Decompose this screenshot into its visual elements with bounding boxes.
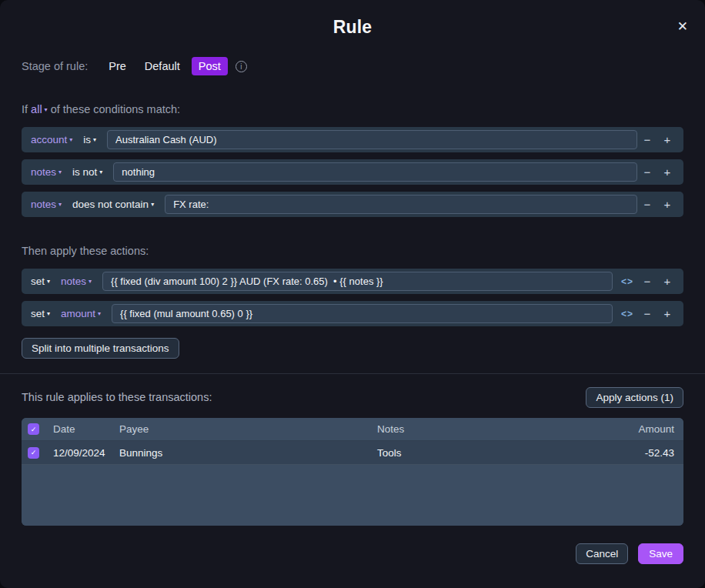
condition-value-input[interactable] bbox=[165, 195, 637, 214]
actions-heading: Then apply these actions: bbox=[22, 245, 683, 257]
remove-condition-button[interactable]: − bbox=[637, 133, 657, 146]
save-button[interactable]: Save bbox=[638, 543, 683, 564]
stage-of-rule-row: Stage of rule: Pre Default Post i bbox=[22, 55, 683, 77]
column-header-notes: Notes bbox=[377, 423, 590, 435]
modal-footer: Cancel Save bbox=[22, 543, 683, 564]
chevron-down-icon: ▾ bbox=[93, 136, 96, 143]
action-value-input[interactable] bbox=[112, 304, 613, 323]
page-title: Rule bbox=[22, 17, 683, 38]
condition-row: notes▾ is not▾ − + bbox=[22, 159, 683, 185]
stage-option-pre[interactable]: Pre bbox=[102, 57, 133, 75]
action-field-select[interactable]: amount▾ bbox=[61, 308, 101, 319]
remove-condition-button[interactable]: − bbox=[637, 165, 657, 179]
chevron-down-icon: ▾ bbox=[58, 169, 62, 175]
condition-op-label: is not bbox=[72, 166, 97, 178]
divider bbox=[0, 373, 705, 374]
split-transactions-button[interactable]: Split into multiple transactions bbox=[22, 338, 179, 359]
chevron-down-icon: ▾ bbox=[47, 310, 50, 317]
condition-row: account▾ is▾ − + bbox=[22, 127, 683, 152]
add-condition-button[interactable]: + bbox=[657, 165, 677, 179]
remove-action-button[interactable]: − bbox=[637, 307, 657, 320]
add-action-button[interactable]: + bbox=[657, 307, 677, 320]
condition-value-input[interactable] bbox=[113, 162, 637, 182]
chevron-down-icon: ▾ bbox=[98, 310, 101, 317]
chevron-down-icon: ▾ bbox=[151, 201, 154, 208]
cancel-button[interactable]: Cancel bbox=[576, 543, 628, 564]
add-action-button[interactable]: + bbox=[657, 275, 677, 288]
cell-amount: -52.43 bbox=[590, 447, 674, 459]
conditions-operator-select[interactable]: all▾ bbox=[31, 103, 48, 115]
action-value-input[interactable] bbox=[102, 272, 613, 291]
action-verb-label: set bbox=[31, 308, 45, 319]
condition-field-select[interactable]: notes▾ bbox=[31, 166, 62, 178]
info-icon[interactable]: i bbox=[236, 61, 247, 72]
apply-actions-button[interactable]: Apply actions (1) bbox=[586, 387, 683, 408]
condition-field-label: notes bbox=[31, 199, 56, 210]
stage-options: Pre Default Post bbox=[102, 57, 228, 75]
stage-option-post[interactable]: Post bbox=[192, 57, 228, 75]
remove-condition-button[interactable]: − bbox=[637, 198, 657, 211]
row-checkbox[interactable]: ✓ bbox=[28, 447, 39, 459]
add-condition-button[interactable]: + bbox=[657, 198, 677, 211]
column-header-payee: Payee bbox=[119, 423, 377, 435]
action-row: set▾ notes▾ <> − + bbox=[22, 269, 683, 294]
column-header-amount: Amount bbox=[590, 423, 674, 435]
conditions-prefix: If bbox=[22, 103, 28, 115]
table-empty-area bbox=[22, 465, 683, 526]
action-field-label: amount bbox=[61, 308, 95, 319]
table-header-row: ✓ Date Payee Notes Amount bbox=[22, 418, 683, 441]
add-condition-button[interactable]: + bbox=[657, 133, 677, 146]
template-code-icon[interactable]: <> bbox=[617, 276, 637, 287]
stage-option-default[interactable]: Default bbox=[138, 57, 187, 75]
conditions-operator-value: all bbox=[31, 103, 42, 115]
condition-field-select[interactable]: account▾ bbox=[31, 134, 72, 145]
cell-payee: Bunnings bbox=[119, 447, 377, 459]
condition-field-label: account bbox=[31, 134, 67, 145]
conditions-heading: If all▾ of these conditions match: bbox=[22, 103, 683, 115]
condition-row: notes▾ does not contain▾ − + bbox=[22, 192, 683, 217]
table-row[interactable]: ✓ 12/09/2024 Bunnings Tools -52.43 bbox=[22, 441, 683, 465]
stage-label: Stage of rule: bbox=[22, 60, 88, 72]
column-header-date: Date bbox=[46, 423, 119, 435]
condition-field-label: notes bbox=[31, 166, 56, 178]
condition-op-label: is bbox=[83, 134, 91, 145]
condition-op-label: does not contain bbox=[72, 199, 149, 210]
action-field-select[interactable]: notes▾ bbox=[61, 276, 92, 287]
remove-action-button[interactable]: − bbox=[637, 275, 657, 288]
chevron-down-icon: ▾ bbox=[99, 169, 102, 175]
condition-op-select[interactable]: does not contain▾ bbox=[72, 199, 154, 210]
transactions-table: ✓ Date Payee Notes Amount ✓ 12/09/2024 B… bbox=[22, 418, 683, 526]
rule-modal: Rule ✕ Stage of rule: Pre Default Post i… bbox=[0, 0, 705, 588]
action-verb-select[interactable]: set▾ bbox=[31, 308, 50, 319]
condition-op-select[interactable]: is not▾ bbox=[72, 166, 102, 178]
action-verb-label: set bbox=[31, 276, 45, 287]
action-verb-select[interactable]: set▾ bbox=[31, 276, 50, 287]
cell-date: 12/09/2024 bbox=[46, 447, 119, 459]
chevron-down-icon: ▾ bbox=[89, 278, 92, 285]
action-row: set▾ amount▾ <> − + bbox=[22, 301, 683, 326]
chevron-down-icon: ▾ bbox=[45, 106, 48, 113]
conditions-suffix: of these conditions match: bbox=[51, 103, 180, 115]
modal-header: Rule ✕ bbox=[22, 0, 683, 42]
select-all-checkbox[interactable]: ✓ bbox=[28, 423, 39, 435]
condition-value-input[interactable] bbox=[107, 130, 637, 149]
close-icon[interactable]: ✕ bbox=[677, 20, 688, 33]
condition-field-select[interactable]: notes▾ bbox=[31, 199, 62, 210]
chevron-down-icon: ▾ bbox=[69, 136, 72, 143]
transactions-bar: This rule applies to these transactions:… bbox=[22, 386, 683, 408]
template-code-icon[interactable]: <> bbox=[617, 309, 637, 319]
cell-notes: Tools bbox=[377, 447, 590, 459]
chevron-down-icon: ▾ bbox=[47, 278, 50, 285]
condition-op-select[interactable]: is▾ bbox=[83, 134, 96, 145]
chevron-down-icon: ▾ bbox=[58, 201, 62, 208]
transactions-label: This rule applies to these transactions: bbox=[22, 391, 212, 403]
action-field-label: notes bbox=[61, 276, 86, 287]
